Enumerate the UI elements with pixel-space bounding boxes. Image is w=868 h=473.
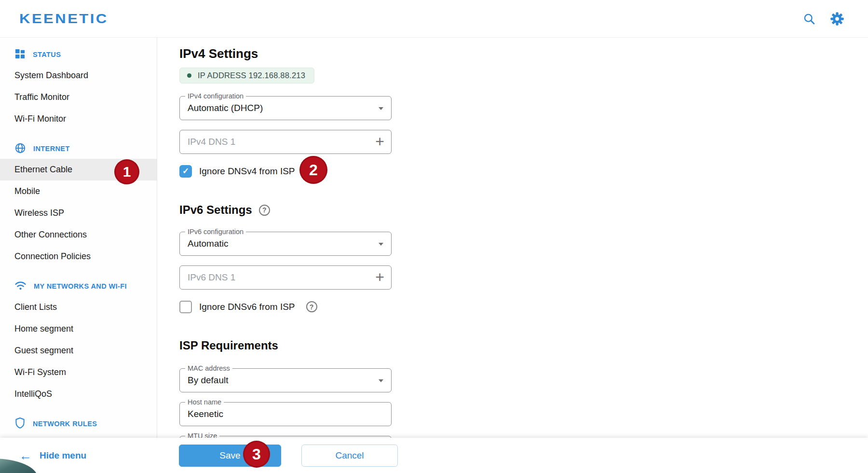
arrow-left-icon: ← [19, 449, 32, 462]
ignore-dnsv4-checkbox[interactable]: ✓ [179, 165, 192, 178]
ipv4-dns-field: + [179, 130, 392, 154]
ip-address-chip: IP ADDRESS 192.168.88.213 [179, 68, 314, 83]
shield-icon [14, 417, 26, 431]
ignore-dnsv4-label: Ignore DNSv4 from ISP [199, 166, 295, 177]
dashboard-icon [14, 48, 26, 61]
sidebar-item-wireless-isp[interactable]: Wireless ISP [0, 202, 157, 224]
sidebar: STATUS System Dashboard Traffic Monitor … [0, 38, 157, 438]
annotation-badge-1: 1 [114, 159, 139, 184]
sidebar-item-client-lists[interactable]: Client Lists [0, 296, 157, 318]
host-name-field: Host name [179, 402, 392, 426]
ignore-dnsv6-checkbox[interactable] [179, 301, 192, 313]
annotation-badge-3: 3 [243, 441, 270, 468]
mac-address-label: MAC address [185, 364, 232, 372]
ipv4-settings-title: IPv4 Settings [179, 46, 868, 61]
hide-menu-label: Hide menu [40, 450, 86, 461]
sidebar-item-guest-segment[interactable]: Guest segment [0, 340, 157, 362]
ipv4-configuration-label: IPv4 configuration [185, 92, 246, 100]
ip-address-text: IP ADDRESS 192.168.88.213 [198, 71, 305, 80]
dropdown-caret-icon [379, 107, 383, 110]
top-bar: KEENETIC [0, 0, 868, 38]
sidebar-section-my-networks: MY NETWORKS AND WI-FI [0, 279, 157, 293]
ipv6-settings-title: IPv6 Settings ? [179, 203, 868, 217]
ipv6-dns-field: + [179, 265, 392, 290]
sidebar-section-network-rules: NETWORK RULES [0, 417, 157, 431]
cancel-button[interactable]: Cancel [301, 445, 398, 467]
annotation-badge-2: 2 [299, 156, 327, 184]
isp-requirements-title: ISP Requirements [179, 338, 868, 353]
sidebar-item-wifi-monitor[interactable]: Wi-Fi Monitor [0, 108, 157, 130]
page: KEENETIC [0, 0, 868, 473]
sidebar-item-home-segment[interactable]: Home segment [0, 318, 157, 340]
sidebar-section-internet: INTERNET [0, 141, 157, 156]
add-dns-icon[interactable]: + [375, 269, 384, 285]
ignore-dnsv4-row: ✓ Ignore DNSv4 from ISP ? [179, 165, 868, 178]
sidebar-item-wifi-system[interactable]: Wi-Fi System [0, 362, 157, 383]
search-icon[interactable] [801, 11, 817, 27]
host-name-input[interactable] [188, 409, 361, 419]
sidebar-item-traffic-monitor[interactable]: Traffic Monitor [0, 86, 157, 108]
sidebar-item-system-dashboard[interactable]: System Dashboard [0, 65, 157, 86]
hide-menu-button[interactable]: ← Hide menu [0, 449, 157, 462]
ipv6-configuration-label: IPv6 configuration [185, 228, 246, 236]
add-dns-icon[interactable]: + [375, 134, 384, 149]
ignore-dnsv6-label: Ignore DNSv6 from ISP [199, 302, 295, 312]
keenetic-logo: KEENETIC [19, 11, 108, 27]
form-actions: Save Cancel [179, 445, 398, 467]
wifi-icon [14, 280, 27, 292]
sidebar-item-mobile[interactable]: Mobile [0, 181, 157, 202]
ipv6-dns-input[interactable] [188, 272, 361, 283]
bottom-bar: ← Hide menu Save Cancel [0, 438, 868, 473]
help-icon[interactable]: ? [259, 205, 270, 216]
ipv6-configuration-value: Automatic [188, 238, 228, 249]
sidebar-section-status: STATUS [0, 47, 157, 62]
status-dot [187, 73, 191, 78]
dropdown-caret-icon [379, 243, 383, 246]
sidebar-item-other-connections[interactable]: Other Connections [0, 224, 157, 246]
topbar-icons [801, 11, 845, 27]
mac-address-value: By default [188, 375, 229, 386]
ipv4-configuration-select[interactable]: IPv4 configuration Automatic (DHCP) [179, 96, 392, 120]
host-name-label: Host name [185, 398, 224, 406]
main-content: IPv4 Settings IP ADDRESS 192.168.88.213 … [158, 38, 868, 473]
ipv4-configuration-value: Automatic (DHCP) [188, 103, 263, 113]
ipv4-dns-input[interactable] [188, 137, 361, 147]
ipv6-configuration-select[interactable]: IPv6 configuration Automatic [179, 232, 392, 256]
help-icon[interactable]: ? [306, 301, 317, 312]
settings-gear-icon[interactable] [829, 11, 845, 27]
mac-address-select[interactable]: MAC address By default [179, 368, 392, 392]
sidebar-item-intelliqos[interactable]: IntelliQoS [0, 383, 157, 405]
ignore-dnsv6-row: Ignore DNSv6 from ISP ? [179, 300, 868, 313]
dropdown-caret-icon [379, 379, 383, 382]
sidebar-item-connection-policies[interactable]: Connection Policies [0, 246, 157, 267]
globe-icon [14, 142, 26, 155]
